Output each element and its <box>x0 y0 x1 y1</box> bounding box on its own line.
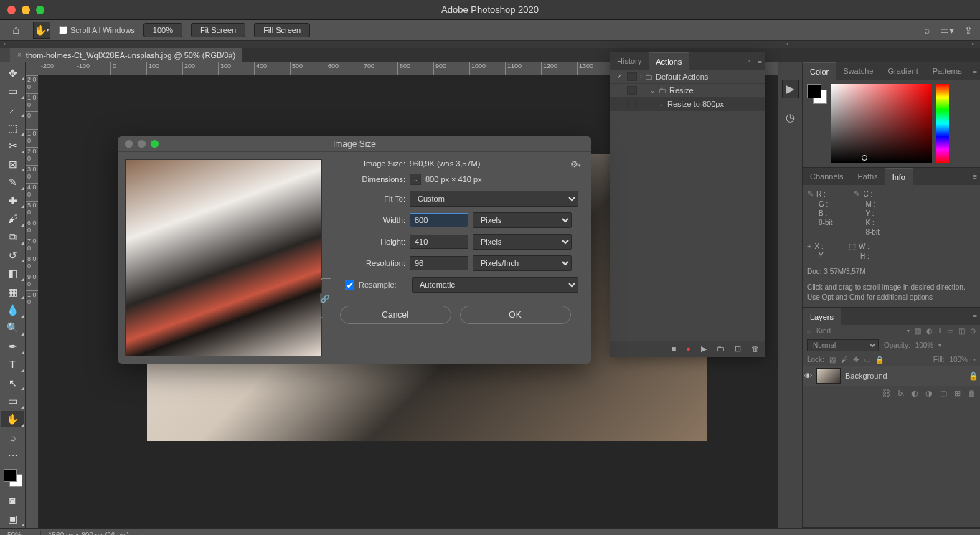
panel-menu-icon[interactable]: ≡ <box>973 172 977 181</box>
width-input[interactable] <box>410 213 468 227</box>
document-tab[interactable]: × thom-holmes-Ct_WqIX28EA-unsplash.jpg @… <box>10 48 242 62</box>
dialog-close-button[interactable] <box>125 140 133 148</box>
play-icon[interactable]: ▶ <box>701 344 707 354</box>
new-action-icon[interactable]: ⊞ <box>735 344 741 354</box>
foreground-background-swatch[interactable] <box>4 469 22 487</box>
dock-play-icon[interactable]: ▶ <box>782 80 799 98</box>
history-brush-tool[interactable]: ↺ <box>1 247 24 263</box>
tab-gradients[interactable]: Gradient <box>881 62 925 80</box>
tab-actions[interactable]: Actions <box>649 52 689 70</box>
height-unit-select[interactable]: Pixels <box>473 234 572 250</box>
tab-channels[interactable]: Channels <box>803 168 850 185</box>
tab-patterns[interactable]: Patterns <box>925 62 969 80</box>
action-resize-800[interactable]: ⌄ Resize to 800px <box>610 98 765 111</box>
layer-row-background[interactable]: 👁 Background 🔒 <box>803 366 980 386</box>
collapse-icon[interactable]: » <box>747 57 750 65</box>
filter-smart-icon[interactable]: ◫ <box>958 327 965 335</box>
sidebar-collapse-icon[interactable] <box>0 48 10 62</box>
frame-tool[interactable]: ⊠ <box>1 156 24 172</box>
tab-history[interactable]: History <box>610 52 649 70</box>
fit-to-select[interactable]: Custom <box>410 191 578 207</box>
shape-tool[interactable]: ▭ <box>1 392 24 409</box>
tab-info[interactable]: Info <box>885 168 913 185</box>
constrain-proportions-link[interactable]: 🔗 <box>321 278 331 318</box>
ok-button[interactable]: OK <box>460 306 571 324</box>
toolbox-more[interactable]: ⋯ <box>1 448 24 464</box>
collapse-right-icon[interactable]: » <box>970 41 977 48</box>
action-resize[interactable]: ⌄ 🗀 Resize <box>610 84 765 98</box>
search-icon[interactable]: ⌕ <box>924 24 930 36</box>
filter-pixel-icon[interactable]: ▥ <box>915 327 921 335</box>
minimize-window-button[interactable] <box>22 6 30 14</box>
search-icon[interactable]: ⌕ <box>807 327 811 335</box>
resample-select[interactable]: Automatic <box>412 277 578 293</box>
lock-pixels-icon[interactable]: ▨ <box>829 356 836 364</box>
marquee-tool[interactable]: ▭ <box>1 82 24 99</box>
filter-adjust-icon[interactable]: ◐ <box>926 327 933 335</box>
filter-type-icon[interactable]: T <box>938 327 942 335</box>
path-select-tool[interactable]: ↖ <box>1 374 24 391</box>
eyedropper-tool[interactable]: ✎ <box>1 174 24 190</box>
dock-adjust-icon[interactable]: ◷ <box>786 111 795 124</box>
filter-shape-icon[interactable]: ▭ <box>947 327 953 335</box>
tab-color[interactable]: Color <box>803 62 836 80</box>
cancel-button[interactable]: Cancel <box>340 306 451 324</box>
layer-thumbnail[interactable] <box>816 368 841 384</box>
resolution-input[interactable] <box>410 256 468 270</box>
hue-slider[interactable] <box>936 84 949 163</box>
mask-icon[interactable]: ◐ <box>911 389 918 398</box>
opacity-value[interactable]: 100% <box>915 341 934 349</box>
eraser-tool[interactable]: ◧ <box>1 265 24 281</box>
status-zoom[interactable]: 50% <box>0 531 40 535</box>
share-icon[interactable]: ⇪ <box>964 24 973 36</box>
move-tool[interactable]: ✥ <box>1 65 24 81</box>
tab-close-icon[interactable]: × <box>17 51 22 59</box>
tab-layers[interactable]: Layers <box>803 308 841 325</box>
fit-screen-button[interactable]: Fit Screen <box>191 23 245 37</box>
group-icon[interactable]: ▢ <box>940 389 947 398</box>
quick-select-tool[interactable]: ⬚ <box>1 119 24 136</box>
fill-screen-button[interactable]: Fill Screen <box>254 23 310 37</box>
dodge-tool[interactable]: 🔍 <box>1 320 24 336</box>
healing-tool[interactable]: ✚ <box>1 192 24 209</box>
type-tool[interactable]: T <box>1 356 24 373</box>
resolution-unit-select[interactable]: Pixels/Inch <box>473 255 572 271</box>
clone-tool[interactable]: ⧉ <box>1 229 24 245</box>
collapse-mid-icon[interactable]: « <box>783 41 790 48</box>
zoom-tool[interactable]: ⌕ <box>1 429 24 445</box>
workspace-icon[interactable]: ▭▾ <box>940 24 954 36</box>
folder-icon[interactable]: 🗀 <box>717 344 725 354</box>
maximize-window-button[interactable] <box>36 6 44 14</box>
link-layers-icon[interactable]: ⛓ <box>882 389 890 398</box>
dialog-zoom-button[interactable] <box>151 140 159 148</box>
panel-menu-icon[interactable]: ≡ <box>758 57 762 65</box>
dimensions-unit-toggle[interactable]: ⌄ <box>410 174 421 185</box>
tab-swatches[interactable]: Swatche <box>836 62 880 80</box>
hand-tool-indicator[interactable]: ✋▾ <box>33 22 50 39</box>
status-chevron-icon[interactable]: › <box>136 531 144 535</box>
brush-tool[interactable]: 🖌 <box>1 210 24 227</box>
resample-checkbox[interactable] <box>345 280 354 290</box>
screenmode-toggle[interactable]: ▣ <box>1 511 24 527</box>
record-icon[interactable]: ● <box>686 344 691 354</box>
lock-position-icon[interactable]: ✥ <box>853 356 859 364</box>
trash-icon[interactable]: 🗑 <box>751 344 759 354</box>
home-button[interactable]: ⌂ <box>7 22 24 39</box>
filter-toggle[interactable]: ⊙ <box>970 327 976 335</box>
stop-icon[interactable]: ■ <box>672 344 677 354</box>
adjustment-icon[interactable]: ◑ <box>925 389 933 398</box>
width-unit-select[interactable]: Pixels <box>473 212 572 228</box>
crop-tool[interactable]: ✂ <box>1 138 24 154</box>
fx-icon[interactable]: fx <box>897 389 904 398</box>
collapse-left-icon[interactable]: « <box>1 41 9 48</box>
scroll-all-checkbox-input[interactable] <box>59 26 67 34</box>
blur-tool[interactable]: 💧 <box>1 301 24 318</box>
action-default-actions[interactable]: ✓› 🗀 Default Actions <box>610 70 765 84</box>
hand-tool[interactable]: ✋ <box>1 411 24 427</box>
lock-artboard-icon[interactable]: ▭ <box>864 356 870 364</box>
scroll-all-windows-checkbox[interactable]: Scroll All Windows <box>59 26 135 34</box>
eye-icon[interactable]: 👁 <box>804 371 812 380</box>
panel-menu-icon[interactable]: ≡ <box>973 67 977 75</box>
close-window-button[interactable] <box>7 6 16 14</box>
lasso-tool[interactable]: ⟋ <box>1 101 24 118</box>
